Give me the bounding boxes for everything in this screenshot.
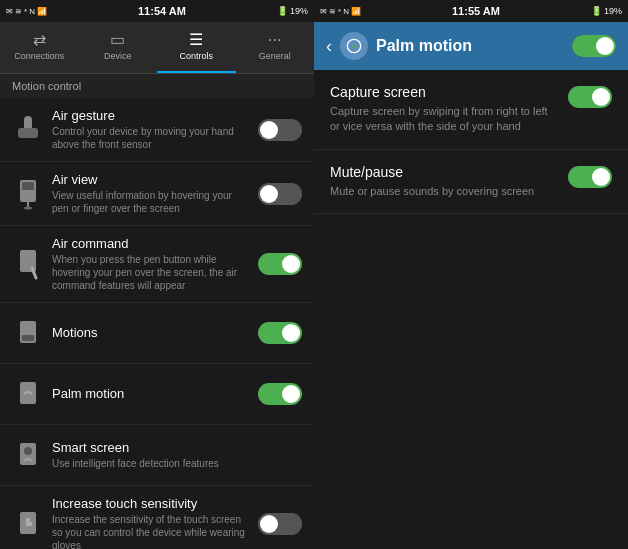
r-signal-icon: 📶 xyxy=(351,7,361,16)
left-status-bar: ✉ ≋ * N 📶 11:54 AM 🔋 19% xyxy=(0,0,314,22)
r-wifi-icon: ≋ xyxy=(329,7,336,16)
mute-pause-title: Mute/pause xyxy=(330,164,558,180)
palm-motion-toggle[interactable] xyxy=(258,383,302,405)
right-header: ‹ Palm motion xyxy=(314,22,628,70)
increase-touch-title: Increase touch sensitivity xyxy=(52,496,250,511)
smart-screen-desc: Use intelligent face detection features xyxy=(52,457,302,470)
general-icon: ··· xyxy=(268,31,281,49)
air-gesture-icon xyxy=(12,110,44,150)
motion-control-header: Motion control xyxy=(0,74,314,98)
controls-icon: ☰ xyxy=(189,30,203,49)
smart-screen-text: Smart screen Use intelligent face detect… xyxy=(52,440,302,470)
air-view-text: Air view View useful information by hove… xyxy=(52,172,250,215)
tab-general[interactable]: ··· General xyxy=(236,22,315,73)
battery-pct: 19% xyxy=(290,6,308,16)
message-icon: ✉ xyxy=(6,7,13,16)
list-item-air-command[interactable]: Air command When you press the pen butto… xyxy=(0,226,314,303)
right-status-icons: ✉ ≋ * N 📶 xyxy=(320,7,361,16)
tab-device-label: Device xyxy=(104,51,132,61)
r-bt-icon: * xyxy=(338,7,341,16)
mute-pause-text: Mute/pause Mute or pause sounds by cover… xyxy=(330,164,568,199)
right-time: 11:55 AM xyxy=(452,5,500,17)
right-panel: ✉ ≋ * N 📶 11:55 AM 🔋 19% ‹ Palm motion xyxy=(314,0,628,549)
motions-toggle[interactable] xyxy=(258,322,302,344)
tab-controls[interactable]: ☰ Controls xyxy=(157,22,236,73)
increase-touch-icon xyxy=(12,504,44,544)
wifi-icon: ≋ xyxy=(15,7,22,16)
palm-motion-title: Palm motion xyxy=(52,386,250,401)
tab-controls-label: Controls xyxy=(179,51,213,61)
svg-point-5 xyxy=(24,206,32,209)
air-view-title: Air view xyxy=(52,172,250,187)
settings-list: Air gesture Control your device by movin… xyxy=(0,98,314,549)
capture-screen-toggle[interactable] xyxy=(568,84,612,108)
air-gesture-desc: Control your device by moving your hand … xyxy=(52,125,250,151)
r-nfc-icon: N xyxy=(343,7,349,16)
svg-rect-3 xyxy=(22,182,34,190)
capture-screen-title: Capture screen xyxy=(330,84,558,100)
list-item-increase-touch[interactable]: Increase touch sensitivity Increase the … xyxy=(0,486,314,549)
smart-screen-title: Smart screen xyxy=(52,440,302,455)
tab-general-label: General xyxy=(259,51,291,61)
increase-touch-toggle[interactable] xyxy=(258,513,302,535)
motions-text: Motions xyxy=(52,325,250,342)
signal-icon: 📶 xyxy=(37,7,47,16)
bt-icon: * xyxy=(24,7,27,16)
right-battery: 🔋 19% xyxy=(591,6,622,16)
right-status-bar: ✉ ≋ * N 📶 11:55 AM 🔋 19% xyxy=(314,0,628,22)
tab-bar: ⇄ Connections ▭ Device ☰ Controls ··· Ge… xyxy=(0,22,314,74)
air-command-desc: When you press the pen button while hove… xyxy=(52,253,250,292)
mute-pause-desc: Mute or pause sounds by covering screen xyxy=(330,184,558,199)
svg-point-12 xyxy=(24,447,32,455)
air-gesture-title: Air gesture xyxy=(52,108,250,123)
list-item-smart-screen[interactable]: Smart screen Use intelligent face detect… xyxy=(0,425,314,486)
tab-connections-label: Connections xyxy=(14,51,64,61)
palm-motion-text: Palm motion xyxy=(52,386,250,403)
air-command-title: Air command xyxy=(52,236,250,251)
left-time: 11:54 AM xyxy=(138,5,186,17)
capture-screen-desc: Capture screen by swiping it from right … xyxy=(330,104,558,135)
air-command-toggle[interactable] xyxy=(258,253,302,275)
air-view-desc: View useful information by hovering your… xyxy=(52,189,250,215)
list-item-capture-screen[interactable]: Capture screen Capture screen by swiping… xyxy=(314,70,628,150)
air-view-toggle[interactable] xyxy=(258,183,302,205)
left-status-icons: ✉ ≋ * N 📶 xyxy=(6,7,47,16)
right-header-master-toggle[interactable] xyxy=(572,35,616,57)
list-item-air-gesture[interactable]: Air gesture Control your device by movin… xyxy=(0,98,314,162)
r-battery-pct: 19% xyxy=(604,6,622,16)
palm-motion-header-icon xyxy=(340,32,368,60)
svg-rect-9 xyxy=(22,335,34,341)
left-panel: ✉ ≋ * N 📶 11:54 AM 🔋 19% ⇄ Connections ▭… xyxy=(0,0,314,549)
smart-screen-icon xyxy=(12,435,44,475)
air-command-icon xyxy=(12,244,44,284)
list-item-air-view[interactable]: Air view View useful information by hove… xyxy=(0,162,314,226)
connections-icon: ⇄ xyxy=(33,30,46,49)
back-button[interactable]: ‹ xyxy=(326,36,332,57)
air-view-icon xyxy=(12,174,44,214)
palm-motion-icon xyxy=(12,374,44,414)
right-header-title: Palm motion xyxy=(376,37,564,55)
left-battery: 🔋 19% xyxy=(277,6,308,16)
r-message-icon: ✉ xyxy=(320,7,327,16)
device-icon: ▭ xyxy=(110,30,125,49)
list-item-motions[interactable]: Motions xyxy=(0,303,314,364)
list-item-palm-motion[interactable]: Palm motion xyxy=(0,364,314,425)
right-settings-list: Capture screen Capture screen by swiping… xyxy=(314,70,628,549)
air-command-text: Air command When you press the pen butto… xyxy=(52,236,250,292)
motions-icon xyxy=(12,313,44,353)
air-gesture-toggle[interactable] xyxy=(258,119,302,141)
svg-rect-1 xyxy=(18,128,38,138)
battery-icon: 🔋 xyxy=(277,6,288,16)
tab-device[interactable]: ▭ Device xyxy=(79,22,158,73)
increase-touch-desc: Increase the sensitivity of the touch sc… xyxy=(52,513,250,549)
air-gesture-text: Air gesture Control your device by movin… xyxy=(52,108,250,151)
increase-touch-text: Increase touch sensitivity Increase the … xyxy=(52,496,250,549)
mute-pause-toggle[interactable] xyxy=(568,164,612,188)
tab-connections[interactable]: ⇄ Connections xyxy=(0,22,79,73)
r-battery-icon: 🔋 xyxy=(591,6,602,16)
capture-screen-text: Capture screen Capture screen by swiping… xyxy=(330,84,568,135)
list-item-mute-pause[interactable]: Mute/pause Mute or pause sounds by cover… xyxy=(314,150,628,214)
motions-title: Motions xyxy=(52,325,250,340)
nfc-icon: N xyxy=(29,7,35,16)
